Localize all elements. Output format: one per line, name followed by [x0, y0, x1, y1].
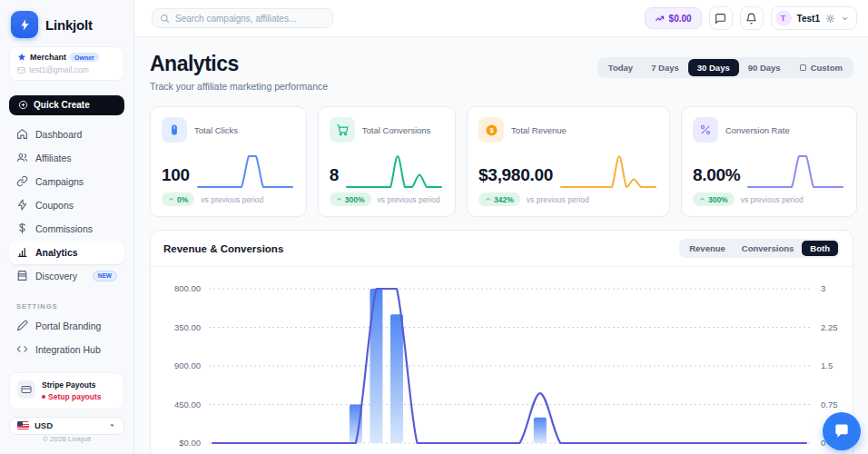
svg-text:900.00: 900.00 [174, 360, 201, 370]
svg-text:450.00: 450.00 [174, 400, 201, 410]
date-range-tabs: Today 7 Days 30 Days 90 Days Custom [597, 57, 853, 78]
stat-card-conversion-rate: Conversion Rate 8.00% 300% vs previous p… [681, 106, 857, 217]
paintbrush-icon [16, 320, 28, 331]
svg-text:350.00: 350.00 [174, 322, 201, 332]
chart-tab-conversions[interactable]: Conversions [734, 241, 803, 256]
stat-note: vs previous period [201, 195, 263, 204]
delta-badge: 0% [162, 192, 194, 206]
svg-text:0.75: 0.75 [821, 400, 838, 410]
owner-badge: Owner [70, 53, 99, 62]
svg-text:3: 3 [821, 283, 825, 293]
stat-label: Conversion Rate [725, 125, 790, 135]
svg-text:1.5: 1.5 [821, 360, 833, 370]
caret-up-icon [168, 196, 174, 202]
page-title: Analytics [150, 52, 328, 76]
revenue-conversions-chart[interactable]: 800.003350.002.25900.001.5450.000.75$0.0… [163, 274, 841, 454]
svg-text:$0.00: $0.00 [179, 438, 201, 448]
range-tab-90days[interactable]: 90 Days [739, 59, 790, 76]
calendar-icon [799, 64, 807, 72]
currency-select[interactable]: USD [9, 417, 124, 435]
alert-dot-icon [42, 395, 45, 399]
stat-value: $3,980.00 [478, 165, 553, 192]
delta-badge: 300% [330, 192, 371, 206]
gear-icon [825, 14, 835, 24]
delta-badge: 300% [693, 192, 735, 206]
storefront-icon [16, 270, 28, 281]
svg-text:2.25: 2.25 [821, 322, 838, 332]
chat-bubble-icon [833, 422, 851, 440]
chevron-down-icon [841, 15, 849, 23]
app-window: Linkjolt Merchant Owner test1@gmail.com [0, 0, 868, 454]
copyright-text: © 2026 Linkjolt [9, 435, 124, 445]
new-badge: NEW [93, 271, 117, 281]
chart-title: Revenue & Conversions [163, 243, 283, 254]
account-card[interactable]: Merchant Owner test1@gmail.com [9, 46, 124, 81]
plus-circle-icon [18, 100, 28, 110]
caret-up-icon [336, 196, 342, 202]
us-flag-icon [17, 421, 29, 429]
star-icon [17, 53, 26, 62]
quick-create-button[interactable]: Quick Create [9, 95, 124, 115]
chart-tab-revenue[interactable]: Revenue [681, 241, 734, 256]
setup-payouts-link[interactable]: Setup payouts [48, 392, 102, 401]
avatar: T [775, 10, 792, 26]
range-tab-today[interactable]: Today [599, 59, 642, 76]
message-square-icon [715, 13, 726, 25]
sidebar-item-affiliates[interactable]: Affiliates [9, 146, 124, 170]
users-icon [16, 152, 28, 163]
revenue-sparkline [558, 151, 658, 192]
conversions-sparkline [344, 151, 444, 192]
sidebar-item-discovery[interactable]: Discovery NEW [9, 264, 124, 288]
trending-up-icon [655, 14, 665, 24]
brand-name: Linkjolt [45, 17, 93, 33]
user-menu[interactable]: T Test1 [771, 6, 857, 30]
stripe-payouts-card[interactable]: Stripe Payouts Setup payouts [9, 372, 124, 410]
stat-note: vs previous period [378, 195, 440, 204]
caret-up-icon [485, 196, 491, 202]
stat-label: Total Clicks [194, 125, 238, 135]
code-icon [16, 343, 28, 355]
sidebar: Linkjolt Merchant Owner test1@gmail.com [0, 0, 134, 454]
stripe-payouts-title: Stripe Payouts [42, 380, 102, 390]
chart-tab-both[interactable]: Both [802, 241, 838, 256]
sidebar-item-portal-branding[interactable]: Portal Branding [9, 314, 124, 338]
range-tab-7days[interactable]: 7 Days [642, 59, 688, 76]
svg-text:800.00: 800.00 [174, 283, 201, 293]
bell-icon [745, 13, 757, 25]
sidebar-item-coupons[interactable]: Coupons [9, 193, 124, 217]
sidebar-item-dashboard[interactable]: Dashboard [9, 123, 124, 146]
user-name: Test1 [797, 14, 820, 24]
stat-cards: Total Clicks 100 0% vs previous period [150, 106, 853, 217]
clicks-sparkline [195, 151, 295, 192]
mail-icon [17, 66, 25, 74]
page-subtitle: Track your affiliate marketing performan… [150, 81, 328, 92]
sidebar-item-campaigns[interactable]: Campaigns [9, 170, 124, 193]
notifications-button[interactable] [740, 6, 764, 30]
percent-icon [693, 117, 718, 143]
caret-up-icon [699, 196, 705, 202]
brand: Linkjolt [9, 9, 124, 38]
stat-card-total-revenue: $ Total Revenue $3,980.00 342% vs previo… [467, 106, 670, 217]
stat-note: vs previous period [527, 195, 589, 204]
chevron-down-icon [108, 421, 116, 429]
sidebar-item-commissions[interactable]: Commissions [9, 217, 124, 241]
sidebar-item-analytics[interactable]: Analytics [9, 241, 124, 264]
link-icon [16, 175, 28, 187]
chat-widget-button[interactable] [823, 412, 861, 450]
stat-card-total-clicks: Total Clicks 100 0% vs previous period [150, 106, 307, 217]
range-tab-custom[interactable]: Custom [790, 59, 852, 76]
mouse-icon [162, 117, 187, 143]
search-input[interactable] [175, 14, 325, 24]
messages-button[interactable] [709, 6, 733, 30]
search-icon [160, 14, 170, 24]
main-content: Analytics Track your affiliate marketing… [135, 37, 868, 454]
balance-button[interactable]: $0.00 [645, 7, 702, 29]
rate-sparkline [745, 151, 845, 192]
search-box[interactable] [152, 8, 333, 28]
stat-label: Total Conversions [362, 125, 431, 135]
range-tab-30days[interactable]: 30 Days [688, 59, 739, 76]
sidebar-item-integration-hub[interactable]: Integration Hub [9, 338, 124, 361]
delta-badge: 342% [478, 192, 520, 206]
credit-card-icon [17, 380, 35, 399]
stat-label: Total Revenue [511, 125, 567, 135]
